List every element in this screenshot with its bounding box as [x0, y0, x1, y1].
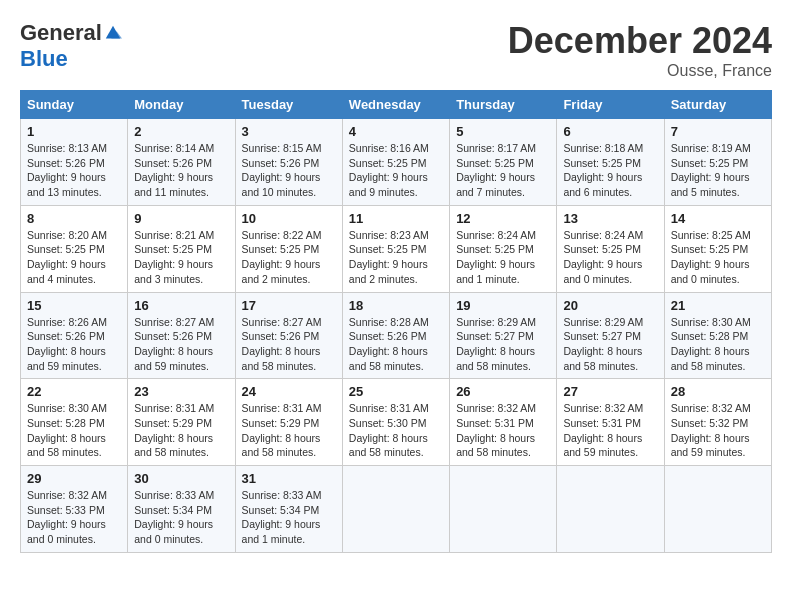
day-number: 7: [671, 124, 765, 139]
day-info: Sunrise: 8:26 AMSunset: 5:26 PMDaylight:…: [27, 315, 121, 374]
day-info: Sunrise: 8:24 AMSunset: 5:25 PMDaylight:…: [563, 228, 657, 287]
day-info: Sunrise: 8:32 AMSunset: 5:33 PMDaylight:…: [27, 488, 121, 547]
calendar-week-row: 8Sunrise: 8:20 AMSunset: 5:25 PMDaylight…: [21, 205, 772, 292]
day-info: Sunrise: 8:33 AMSunset: 5:34 PMDaylight:…: [134, 488, 228, 547]
calendar-table: SundayMondayTuesdayWednesdayThursdayFrid…: [20, 90, 772, 553]
day-number: 23: [134, 384, 228, 399]
calendar-cell: 22Sunrise: 8:30 AMSunset: 5:28 PMDayligh…: [21, 379, 128, 466]
calendar-week-row: 22Sunrise: 8:30 AMSunset: 5:28 PMDayligh…: [21, 379, 772, 466]
day-info: Sunrise: 8:22 AMSunset: 5:25 PMDaylight:…: [242, 228, 336, 287]
day-number: 5: [456, 124, 550, 139]
logo: General Blue: [20, 20, 122, 72]
logo-blue-text: Blue: [20, 46, 68, 72]
title-block: December 2024 Ousse, France: [508, 20, 772, 80]
day-number: 12: [456, 211, 550, 226]
weekday-header-monday: Monday: [128, 91, 235, 119]
day-number: 16: [134, 298, 228, 313]
calendar-cell: 4Sunrise: 8:16 AMSunset: 5:25 PMDaylight…: [342, 119, 449, 206]
day-number: 24: [242, 384, 336, 399]
weekday-header-wednesday: Wednesday: [342, 91, 449, 119]
day-info: Sunrise: 8:28 AMSunset: 5:26 PMDaylight:…: [349, 315, 443, 374]
day-info: Sunrise: 8:32 AMSunset: 5:32 PMDaylight:…: [671, 401, 765, 460]
weekday-header-friday: Friday: [557, 91, 664, 119]
calendar-week-row: 1Sunrise: 8:13 AMSunset: 5:26 PMDaylight…: [21, 119, 772, 206]
day-info: Sunrise: 8:15 AMSunset: 5:26 PMDaylight:…: [242, 141, 336, 200]
calendar-cell: 13Sunrise: 8:24 AMSunset: 5:25 PMDayligh…: [557, 205, 664, 292]
day-number: 26: [456, 384, 550, 399]
day-number: 31: [242, 471, 336, 486]
day-number: 9: [134, 211, 228, 226]
calendar-cell: [557, 466, 664, 553]
calendar-cell: 14Sunrise: 8:25 AMSunset: 5:25 PMDayligh…: [664, 205, 771, 292]
calendar-cell: 29Sunrise: 8:32 AMSunset: 5:33 PMDayligh…: [21, 466, 128, 553]
calendar-cell: 21Sunrise: 8:30 AMSunset: 5:28 PMDayligh…: [664, 292, 771, 379]
day-info: Sunrise: 8:27 AMSunset: 5:26 PMDaylight:…: [134, 315, 228, 374]
day-number: 14: [671, 211, 765, 226]
day-info: Sunrise: 8:21 AMSunset: 5:25 PMDaylight:…: [134, 228, 228, 287]
page-header: General Blue December 2024 Ousse, France: [20, 20, 772, 80]
day-info: Sunrise: 8:30 AMSunset: 5:28 PMDaylight:…: [671, 315, 765, 374]
day-number: 10: [242, 211, 336, 226]
day-info: Sunrise: 8:30 AMSunset: 5:28 PMDaylight:…: [27, 401, 121, 460]
day-info: Sunrise: 8:27 AMSunset: 5:26 PMDaylight:…: [242, 315, 336, 374]
calendar-cell: 16Sunrise: 8:27 AMSunset: 5:26 PMDayligh…: [128, 292, 235, 379]
day-number: 29: [27, 471, 121, 486]
calendar-cell: [342, 466, 449, 553]
day-number: 21: [671, 298, 765, 313]
day-info: Sunrise: 8:16 AMSunset: 5:25 PMDaylight:…: [349, 141, 443, 200]
calendar-cell: 20Sunrise: 8:29 AMSunset: 5:27 PMDayligh…: [557, 292, 664, 379]
calendar-cell: 12Sunrise: 8:24 AMSunset: 5:25 PMDayligh…: [450, 205, 557, 292]
day-info: Sunrise: 8:18 AMSunset: 5:25 PMDaylight:…: [563, 141, 657, 200]
weekday-header-row: SundayMondayTuesdayWednesdayThursdayFrid…: [21, 91, 772, 119]
day-info: Sunrise: 8:32 AMSunset: 5:31 PMDaylight:…: [563, 401, 657, 460]
day-info: Sunrise: 8:25 AMSunset: 5:25 PMDaylight:…: [671, 228, 765, 287]
day-info: Sunrise: 8:32 AMSunset: 5:31 PMDaylight:…: [456, 401, 550, 460]
calendar-week-row: 29Sunrise: 8:32 AMSunset: 5:33 PMDayligh…: [21, 466, 772, 553]
day-info: Sunrise: 8:14 AMSunset: 5:26 PMDaylight:…: [134, 141, 228, 200]
weekday-header-saturday: Saturday: [664, 91, 771, 119]
day-info: Sunrise: 8:31 AMSunset: 5:30 PMDaylight:…: [349, 401, 443, 460]
calendar-cell: 7Sunrise: 8:19 AMSunset: 5:25 PMDaylight…: [664, 119, 771, 206]
calendar-cell: 5Sunrise: 8:17 AMSunset: 5:25 PMDaylight…: [450, 119, 557, 206]
calendar-cell: 31Sunrise: 8:33 AMSunset: 5:34 PMDayligh…: [235, 466, 342, 553]
calendar-cell: 3Sunrise: 8:15 AMSunset: 5:26 PMDaylight…: [235, 119, 342, 206]
calendar-cell: [664, 466, 771, 553]
day-info: Sunrise: 8:29 AMSunset: 5:27 PMDaylight:…: [456, 315, 550, 374]
day-number: 28: [671, 384, 765, 399]
day-info: Sunrise: 8:17 AMSunset: 5:25 PMDaylight:…: [456, 141, 550, 200]
day-info: Sunrise: 8:29 AMSunset: 5:27 PMDaylight:…: [563, 315, 657, 374]
day-number: 27: [563, 384, 657, 399]
day-number: 30: [134, 471, 228, 486]
day-number: 20: [563, 298, 657, 313]
day-number: 1: [27, 124, 121, 139]
logo-general-text: General: [20, 20, 102, 46]
day-number: 6: [563, 124, 657, 139]
calendar-cell: 10Sunrise: 8:22 AMSunset: 5:25 PMDayligh…: [235, 205, 342, 292]
day-number: 8: [27, 211, 121, 226]
calendar-cell: 25Sunrise: 8:31 AMSunset: 5:30 PMDayligh…: [342, 379, 449, 466]
calendar-cell: 8Sunrise: 8:20 AMSunset: 5:25 PMDaylight…: [21, 205, 128, 292]
day-info: Sunrise: 8:20 AMSunset: 5:25 PMDaylight:…: [27, 228, 121, 287]
calendar-week-row: 15Sunrise: 8:26 AMSunset: 5:26 PMDayligh…: [21, 292, 772, 379]
day-info: Sunrise: 8:33 AMSunset: 5:34 PMDaylight:…: [242, 488, 336, 547]
calendar-cell: 15Sunrise: 8:26 AMSunset: 5:26 PMDayligh…: [21, 292, 128, 379]
day-info: Sunrise: 8:31 AMSunset: 5:29 PMDaylight:…: [134, 401, 228, 460]
calendar-cell: 18Sunrise: 8:28 AMSunset: 5:26 PMDayligh…: [342, 292, 449, 379]
calendar-cell: 19Sunrise: 8:29 AMSunset: 5:27 PMDayligh…: [450, 292, 557, 379]
day-info: Sunrise: 8:13 AMSunset: 5:26 PMDaylight:…: [27, 141, 121, 200]
day-number: 18: [349, 298, 443, 313]
calendar-cell: 24Sunrise: 8:31 AMSunset: 5:29 PMDayligh…: [235, 379, 342, 466]
day-number: 25: [349, 384, 443, 399]
calendar-cell: 28Sunrise: 8:32 AMSunset: 5:32 PMDayligh…: [664, 379, 771, 466]
day-number: 13: [563, 211, 657, 226]
day-number: 4: [349, 124, 443, 139]
day-number: 15: [27, 298, 121, 313]
calendar-cell: 2Sunrise: 8:14 AMSunset: 5:26 PMDaylight…: [128, 119, 235, 206]
day-number: 11: [349, 211, 443, 226]
day-info: Sunrise: 8:24 AMSunset: 5:25 PMDaylight:…: [456, 228, 550, 287]
calendar-cell: 17Sunrise: 8:27 AMSunset: 5:26 PMDayligh…: [235, 292, 342, 379]
calendar-cell: 6Sunrise: 8:18 AMSunset: 5:25 PMDaylight…: [557, 119, 664, 206]
day-number: 2: [134, 124, 228, 139]
month-title: December 2024: [508, 20, 772, 62]
day-number: 19: [456, 298, 550, 313]
